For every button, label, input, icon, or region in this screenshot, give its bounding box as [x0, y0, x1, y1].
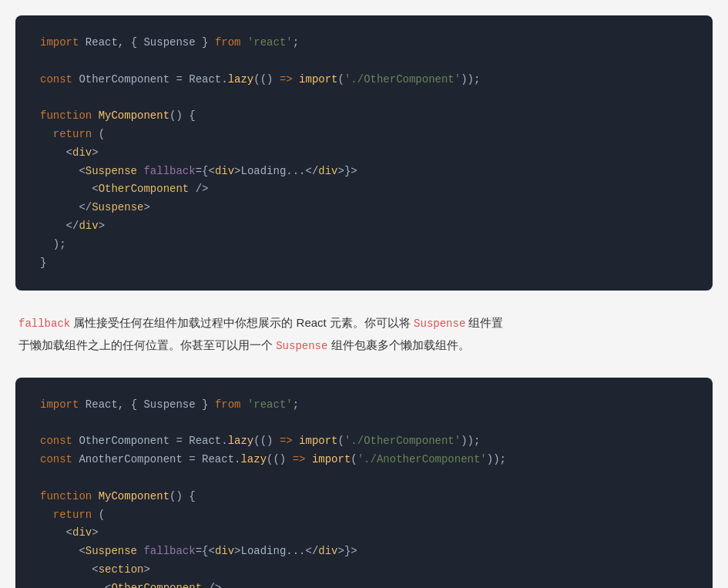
inline-code-suspense-1: Suspense: [414, 318, 465, 330]
code-block-1: import React, { Suspense } from 'react';…: [15, 15, 713, 291]
code-line: const OtherComponent = React.lazy(() => …: [40, 432, 688, 451]
code-line: [40, 415, 688, 433]
code-line: return (: [40, 126, 688, 144]
code-line: }: [40, 254, 688, 273]
code-line: [40, 89, 688, 107]
inline-code-fallback: fallback: [18, 318, 70, 330]
code-line: <OtherComponent />: [40, 180, 688, 199]
code-line: const AnotherComponent = React.lazy(() =…: [40, 451, 688, 469]
code-line: [40, 469, 688, 488]
code-line: <Suspense fallback={<div>Loading...</div…: [40, 543, 688, 561]
code-line: </Suspense>: [40, 199, 688, 217]
code-line: <Suspense fallback={<div>Loading...</div…: [40, 163, 688, 181]
code-line: return (: [40, 506, 688, 525]
code-line: import React, { Suspense } from 'react';: [40, 396, 688, 415]
code-line: [40, 52, 688, 71]
code-line: <div>: [40, 524, 688, 543]
desc-text-1: 属性接受任何在组件加载过程中你想展示的 React 元素。你可以将: [70, 316, 414, 329]
code-line: const OtherComponent = React.lazy(() => …: [40, 71, 688, 89]
inline-code-suspense-2: Suspense: [276, 340, 327, 352]
desc-text-2: 组件置: [465, 316, 503, 329]
desc-text-4: 组件包裹多个懒加载组件。: [327, 338, 469, 351]
code-line: <div>: [40, 144, 688, 163]
code-line: import React, { Suspense } from 'react';: [40, 34, 688, 52]
code-line: function MyComponent() {: [40, 107, 688, 126]
desc-text-3: 于懒加载组件之上的任何位置。你甚至可以用一个: [18, 338, 276, 351]
code-block-2: import React, { Suspense } from 'react';…: [15, 378, 713, 588]
code-line: <OtherComponent />: [40, 580, 688, 588]
description-paragraph: fallback 属性接受任何在组件加载过程中你想展示的 React 元素。你可…: [15, 312, 713, 355]
code-line: <section>: [40, 561, 688, 580]
code-line: function MyComponent() {: [40, 488, 688, 506]
code-line: );: [40, 236, 688, 254]
code-line: </div>: [40, 217, 688, 236]
